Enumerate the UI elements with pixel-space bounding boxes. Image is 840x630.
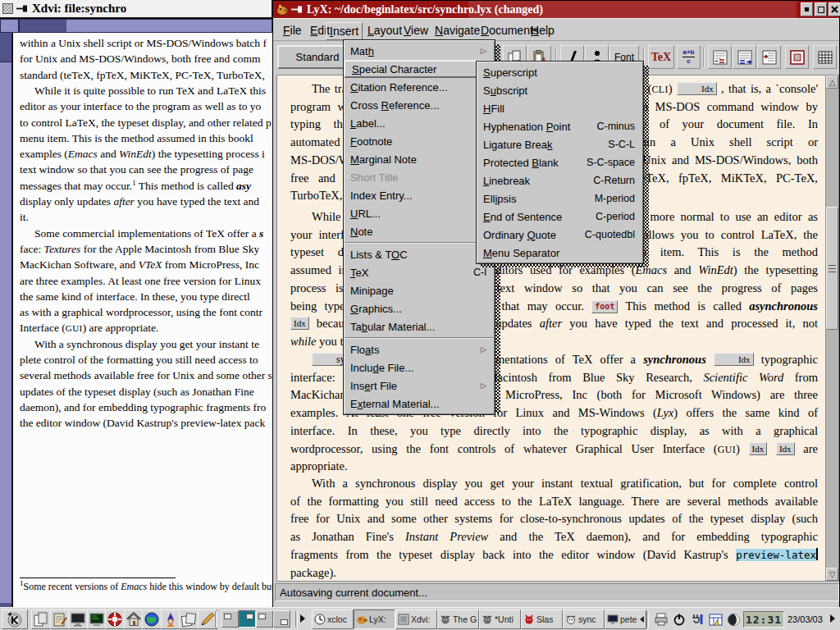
window-menu-icon[interactable] (2, 3, 13, 14)
menu-item-ellipsis[interactable]: EllipsisM-period (477, 189, 643, 208)
printer-tray-icon[interactable] (653, 611, 669, 628)
pager-desktop-2[interactable] (239, 610, 256, 628)
display-launcher[interactable] (68, 609, 88, 629)
task-button-slas[interactable]: Slas (521, 609, 563, 629)
terminal-launcher[interactable] (87, 609, 107, 629)
task-button-lyx[interactable]: LyX: (354, 609, 395, 629)
menu-item-footnote[interactable]: Footnote (344, 132, 495, 150)
menu-item-ligature-break[interactable]: Ligature BreakS-C-L (477, 135, 643, 153)
menu-item-label[interactable]: Label... (344, 114, 495, 132)
menu-item-index-entry[interactable]: Index Entry... (344, 186, 495, 204)
scroll-down-button[interactable]: ▽ (826, 568, 838, 581)
menu-view[interactable]: View (400, 22, 431, 39)
panel-clock[interactable]: 12:31 (743, 611, 784, 628)
k-menu-button[interactable] (2, 609, 28, 629)
status-message: Autosaving current document... (280, 587, 427, 599)
change-depth-button[interactable] (757, 45, 781, 69)
menu-item-graphics[interactable]: Graphics... (344, 299, 495, 317)
xdvi-horizontal-scrollbar[interactable] (19, 19, 273, 33)
task-button-sync[interactable]: sync (563, 609, 605, 629)
documents-launcher[interactable] (31, 609, 51, 629)
menu-item-include-file[interactable]: Include File... (344, 358, 495, 377)
index-inset-badge[interactable]: Idx (677, 82, 717, 95)
scrollbar-thumb[interactable] (826, 207, 838, 330)
files-launcher[interactable] (179, 609, 199, 629)
insert-table-button[interactable] (813, 45, 837, 69)
math-mode-button[interactable]: a+b c (677, 45, 701, 69)
menu-item-marginal-note[interactable]: Marginal Note (344, 150, 495, 168)
close-button[interactable] (829, 2, 840, 16)
menu-item-hyphenation-point[interactable]: Hyphenation PointC-minus (477, 117, 643, 135)
pager-desktop-3[interactable] (256, 610, 273, 628)
help-launcher[interactable] (105, 609, 125, 629)
menu-item-subscript[interactable]: Subscript (477, 81, 643, 99)
menu-item-note[interactable]: Note (344, 222, 495, 240)
menu-item-minipage[interactable]: Minipage (344, 281, 495, 299)
insert-figure-button[interactable] (785, 45, 809, 69)
insert-footnote-button[interactable] (708, 45, 732, 69)
organizer-tray-icon[interactable] (707, 611, 724, 628)
lyx-titlebar[interactable]: LyX: ~/doc/beginlatex/src/synchro.lyx (c… (273, 1, 839, 18)
text-run: and (98, 148, 119, 160)
panel-hide-icon[interactable] (830, 614, 835, 623)
insert-margin-note-button[interactable] (733, 45, 756, 69)
text-line: While it is quite possible to run TeX an… (20, 83, 266, 98)
tex-mode-button[interactable]: TeX (648, 45, 674, 69)
menu-item-end-of-sentence[interactable]: End of SentenceC-period (477, 208, 643, 226)
menu-item-menu-separator[interactable]: Menu Separator (477, 244, 643, 262)
pager-desktop-1[interactable] (221, 610, 239, 628)
menu-item-hfill[interactable]: HFill (477, 99, 643, 117)
menu-item-lists-toc[interactable]: Lists & TOC (344, 245, 495, 263)
task-button-pete[interactable]: pete (605, 609, 646, 629)
menu-item-special-character[interactable]: Special Character▷ (344, 60, 495, 78)
menu-item-math[interactable]: Math▷ (344, 42, 495, 60)
footnote-inset-badge[interactable]: foot (591, 300, 618, 313)
task-button-the-g[interactable]: The G (437, 609, 479, 629)
browser-launcher[interactable] (142, 609, 162, 629)
menu-item-external-material[interactable]: External Material... (344, 395, 495, 413)
menu-item-cross-reference[interactable]: Cross Reference... (344, 96, 495, 114)
index-inset-badge[interactable]: Idx (714, 353, 754, 366)
menu-item-tabular-material[interactable]: Tabular Material... (344, 317, 495, 336)
xdvi-hscroll-thumb[interactable] (66, 20, 272, 32)
index-inset-badge[interactable]: Idx (290, 317, 309, 330)
menu-item-citation-reference[interactable]: Citation Reference... (344, 78, 495, 96)
taskbar-expand-icon[interactable] (300, 614, 305, 623)
menu-item-superscript[interactable]: Superscript (477, 63, 643, 81)
xdvi-titlebar[interactable]: Xdvi: file:synchro (0, 0, 272, 19)
notes-launcher[interactable] (50, 609, 70, 629)
lyx-vertical-scrollbar[interactable]: △ ▽ (825, 75, 839, 582)
task-button-unti[interactable]: *Unti (479, 609, 521, 629)
menu-insert[interactable]: Insert (326, 22, 363, 40)
home-launcher[interactable] (124, 609, 144, 629)
moon-icon (727, 613, 741, 627)
moon-tray-icon[interactable] (725, 611, 742, 628)
menu-item-insert-file[interactable]: Insert File▷ (344, 377, 495, 395)
menu-file[interactable]: File (280, 22, 305, 39)
text-run: and (667, 263, 698, 276)
power-tray-icon[interactable] (671, 611, 687, 628)
editor-launcher[interactable] (198, 609, 217, 629)
scroll-up-button[interactable]: △ (826, 75, 838, 89)
menu-item-protected-blank[interactable]: Protected BlankS-C-space (477, 153, 643, 171)
menu-help[interactable]: Help (527, 22, 558, 39)
text-run: messages that may occur. (20, 180, 132, 192)
menu-item-linebreak[interactable]: LinebreakC-Return (477, 171, 643, 189)
menu-item-url[interactable]: URL... (344, 204, 495, 222)
index-inset-badge[interactable]: Idx (776, 442, 795, 455)
pager-desktop-4[interactable] (273, 610, 290, 628)
task-button-xcloc[interactable]: xcloc (312, 609, 354, 629)
xdvi-vscroll-thumb[interactable] (0, 62, 11, 603)
menu-item-ordinary-quote[interactable]: Ordinary QuoteC-quotedbl (477, 226, 643, 244)
menu-item-tex[interactable]: TeXC-l (344, 263, 495, 281)
maximize-button[interactable] (815, 2, 827, 16)
klipper-tray-icon[interactable] (689, 611, 705, 628)
minimize-button[interactable] (801, 2, 813, 16)
menu-layout[interactable]: Layout (364, 22, 405, 39)
menu-navigate[interactable]: Navigate (431, 22, 483, 39)
task-button-xdvi[interactable]: Xdvi: (395, 609, 437, 629)
index-inset-badge[interactable]: Idx (749, 442, 768, 455)
xdvi-vertical-scrollbar[interactable] (0, 33, 13, 607)
wizard-launcher[interactable] (161, 609, 180, 629)
menu-item-floats[interactable]: Floats▷ (344, 340, 495, 358)
